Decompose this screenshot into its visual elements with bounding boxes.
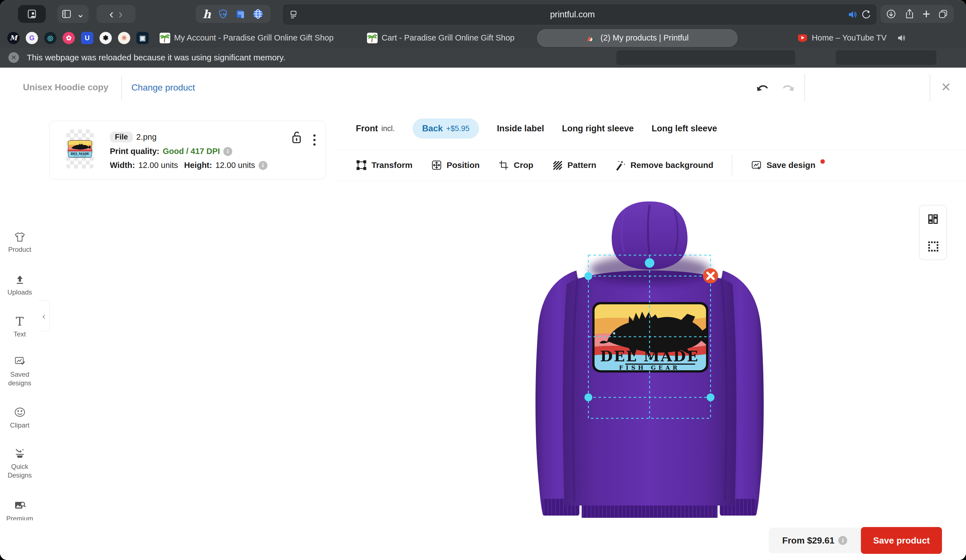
- tab-audio-icon[interactable]: [847, 9, 858, 20]
- save-product-button[interactable]: Save product: [861, 527, 942, 554]
- share-icon[interactable]: [904, 8, 915, 20]
- pattern-icon: [552, 159, 563, 171]
- bottom-bar: From $29.61 i Save product: [0, 520, 966, 560]
- placement-back-active[interactable]: Back +$5.95: [412, 118, 479, 139]
- reload-icon[interactable]: [861, 9, 872, 20]
- tab-my-products-active[interactable]: (2) My products | Printful: [537, 30, 738, 47]
- delete-design-button[interactable]: [703, 268, 718, 283]
- tab-youtube-tv[interactable]: Home – YouTube TV: [738, 30, 966, 46]
- claude-favicon[interactable]: ✳: [118, 32, 130, 44]
- tab-title: Cart - Paradise Grill Online Gift Shop: [381, 33, 514, 43]
- saved-design-icon: [14, 356, 26, 367]
- swirl-favicon[interactable]: ◎: [44, 32, 56, 44]
- nav-buttons: ‹ ›: [97, 5, 136, 23]
- openai-favicon[interactable]: ✽: [100, 32, 112, 44]
- chevron-down-icon: ⌄: [77, 9, 85, 19]
- placement-front[interactable]: Front incl.: [356, 123, 395, 133]
- new-tab-icon[interactable]: +: [922, 7, 930, 21]
- divider: [805, 74, 805, 101]
- honey-extension-icon[interactable]: h: [203, 8, 211, 21]
- dotted-grid-button[interactable]: [927, 240, 940, 253]
- upload-icon: [14, 274, 25, 285]
- unlock-icon[interactable]: [291, 130, 303, 145]
- sidebar-item-product[interactable]: Product: [0, 232, 39, 254]
- profile-tab-button[interactable]: [18, 5, 46, 23]
- sidebar-item-uploads[interactable]: Uploads: [0, 274, 39, 297]
- shield-extension-icon[interactable]: ✓M: [218, 9, 228, 19]
- tool-label: Transform: [371, 160, 412, 170]
- sidebar-toggle-button[interactable]: ⌄: [57, 5, 89, 23]
- toolbar-divider: [732, 154, 732, 176]
- sidebar-item-quick-designs[interactable]: Quick Designs: [0, 448, 39, 480]
- sidebar-item-saved-designs[interactable]: Saved designs: [0, 356, 39, 387]
- sidebar-item-premium[interactable]: Premium: [0, 500, 39, 523]
- sidebar-item-text[interactable]: T Text: [0, 316, 39, 338]
- premium-image-icon: [14, 500, 26, 511]
- palm-tree-favicon: [367, 33, 378, 43]
- docs-extension-icon[interactable]: [235, 9, 246, 19]
- placement-label: Long left sleeve: [652, 123, 717, 133]
- sidebar-item-clipart[interactable]: Clipart: [0, 406, 39, 430]
- product-canvas[interactable]: DEL MADE FISH GEAR: [335, 185, 966, 520]
- design-patch[interactable]: DEL MADE FISH GEAR: [592, 302, 714, 373]
- close-editor-button[interactable]: ✕: [941, 80, 951, 94]
- design-canvas-area: Front incl. Back +$5.95 Inside label Lon…: [335, 108, 966, 520]
- flower-favicon[interactable]: ✿: [62, 32, 75, 44]
- tab-title: (2) My products | Printful: [600, 33, 688, 43]
- u-favicon[interactable]: U: [81, 32, 94, 44]
- notice-close-icon[interactable]: ✕: [8, 52, 19, 63]
- price-info-icon[interactable]: i: [838, 536, 847, 545]
- frame-favicon[interactable]: ▣: [136, 32, 149, 44]
- extensions-cluster: h ✓M: [196, 5, 271, 23]
- remove-background-button[interactable]: Remove background: [614, 159, 713, 171]
- redo-button[interactable]: [780, 80, 796, 95]
- info-icon[interactable]: i: [258, 161, 268, 170]
- smiley-icon: [14, 406, 26, 418]
- file-thumbnail[interactable]: DEL MADE FISH GEAR: [66, 130, 94, 169]
- transform-button[interactable]: Transform: [356, 159, 412, 171]
- rotate-handle[interactable]: [645, 258, 654, 268]
- position-button[interactable]: Position: [431, 159, 480, 171]
- change-product-link[interactable]: Change product: [131, 82, 195, 93]
- tab-audio-icon[interactable]: [896, 33, 906, 43]
- width-value: 12.00 units: [138, 161, 178, 170]
- reader-icon[interactable]: [289, 9, 298, 20]
- placement-label: Front: [356, 123, 378, 133]
- forward-button[interactable]: ›: [118, 8, 123, 20]
- collapse-panel-button[interactable]: ‹: [38, 301, 50, 331]
- kebab-menu[interactable]: [312, 133, 317, 147]
- layer-file-card[interactable]: DEL MADE FISH GEAR File 2.png Print qual…: [49, 121, 326, 179]
- browser-window: ⌄ ‹ › h ✓M printful.com + M G: [0, 0, 966, 560]
- downloads-icon[interactable]: [886, 8, 897, 20]
- info-icon[interactable]: i: [223, 147, 232, 156]
- sidebar-icon: [61, 9, 72, 19]
- placement-inside-label[interactable]: Inside label: [497, 123, 544, 133]
- profile-window-icon: [26, 8, 38, 20]
- resize-handle-top-left[interactable]: [585, 272, 592, 280]
- rail-label: Clipart: [2, 421, 38, 430]
- save-design-button[interactable]: Save design: [751, 159, 825, 171]
- resize-handle-bottom-left[interactable]: [585, 393, 592, 401]
- globe-extension-icon[interactable]: [252, 8, 264, 20]
- back-button[interactable]: ‹: [109, 8, 113, 20]
- width-label: Width:: [110, 161, 135, 170]
- tab-cart[interactable]: Cart - Paradise Grill Online Gift Shop: [344, 30, 537, 46]
- tool-label: Crop: [514, 160, 533, 170]
- canvas-side-tools: [919, 205, 947, 260]
- rail-label: Saved designs: [2, 370, 38, 387]
- placement-long-right-sleeve[interactable]: Long right sleeve: [562, 123, 634, 133]
- layout-grid-button[interactable]: [927, 213, 940, 225]
- notice-text: This webpage was reloaded because it was…: [27, 53, 285, 62]
- medium-favicon[interactable]: M: [7, 32, 20, 44]
- url-bar[interactable]: printful.com: [282, 4, 877, 25]
- tab-my-account[interactable]: My Account - Paradise Grill Online Gift …: [149, 30, 344, 46]
- tab-overview-icon[interactable]: [938, 8, 949, 20]
- product-title: Unisex Hoodie copy: [23, 82, 108, 92]
- pattern-button[interactable]: Pattern: [552, 159, 596, 171]
- undo-button[interactable]: [755, 80, 770, 95]
- resize-handle-bottom-right[interactable]: [706, 393, 715, 401]
- grammarly-favicon[interactable]: G: [26, 32, 38, 44]
- placement-long-left-sleeve[interactable]: Long left sleeve: [652, 123, 717, 133]
- crop-button[interactable]: Crop: [498, 159, 533, 171]
- file-name-row: File 2.png: [110, 131, 156, 143]
